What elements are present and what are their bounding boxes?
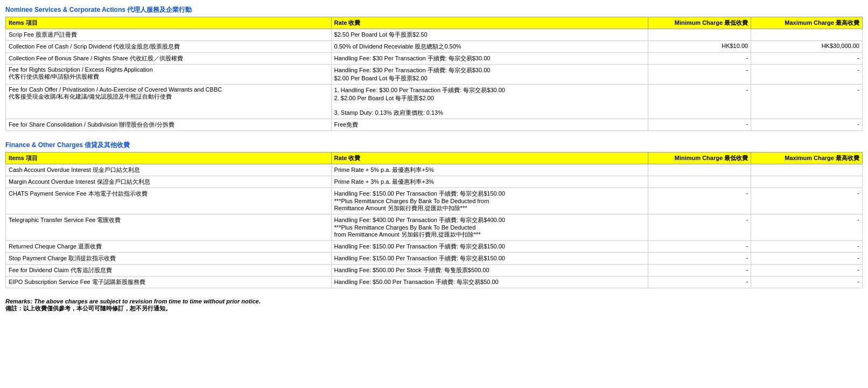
section1-title: Nominee Services & Corporate Actions 代理人…: [5, 5, 863, 15]
item-cell: EIPO Subscription Service Fee 電子認購新股服務費: [6, 276, 332, 288]
min-cell: -: [648, 214, 751, 241]
item-cell: Fee for Cash Offer / Privatisation / Aut…: [6, 85, 332, 119]
rate-cell: Free免費: [331, 119, 648, 131]
remarks-zh: 備註：以上收費僅供參考，本公司可隨時修訂，恕不另行通知。: [5, 304, 863, 313]
max-cell: [751, 164, 863, 176]
max-cell: -: [751, 188, 863, 214]
min-cell: -: [648, 65, 751, 85]
rate-cell: 0.50% of Dividend Receviable 股息總額之0.50%: [331, 41, 648, 53]
rate-cell: Handling Fee: $400.00 Per Transaction 手續…: [331, 214, 648, 241]
rate-cell: Prime Rate + 3% p.a. 最優惠利率+3%: [331, 176, 648, 188]
min-cell: -: [648, 265, 751, 276]
min-cell: HK$10.00: [648, 41, 751, 53]
section2-header-rate: Rate 收費: [331, 153, 648, 164]
section1-table: Items 項目 Rate 收費 Minimum Charge 最低收費 Max…: [5, 17, 863, 131]
rate-cell: Handling Fee: $30 Per Transaction 手續費: 每…: [331, 65, 648, 85]
max-cell: -: [751, 85, 863, 119]
min-cell: -: [648, 85, 751, 119]
min-cell: -: [648, 276, 751, 288]
item-cell: Scrip Fee 股票過戶註冊費: [6, 29, 332, 41]
section2-header-min: Minimum Charge 最低收費: [648, 153, 751, 164]
max-cell: [751, 176, 863, 188]
min-cell: -: [648, 53, 751, 65]
section2-header-max: Maximum Charge 最高收費: [751, 153, 863, 164]
min-cell: -: [648, 253, 751, 265]
min-cell: -: [648, 119, 751, 131]
item-cell: Stop Payment Charge 取消提款指示收費: [6, 253, 332, 265]
table-row: Telegraphic Transfer Service Fee 電匯收費Han…: [6, 214, 863, 241]
max-cell: -: [751, 119, 863, 131]
table-row: Fee for Cash Offer / Privatisation / Aut…: [6, 85, 863, 119]
rate-cell: $2.50 Per Board Lot 每手股票$2.50: [331, 29, 648, 41]
table-row: Fee for Dividend Claim 代客追討股息費Handling F…: [6, 265, 863, 276]
rate-cell: Handling Fee: $150.00 Per Transaction 手續…: [331, 253, 648, 265]
min-cell: -: [648, 188, 751, 214]
rate-cell: Handling Fee: $150.00 Per Transaction 手續…: [331, 241, 648, 253]
table-row: Fee for Rights Subscription / Excess Rig…: [6, 65, 863, 85]
rate-cell: Handling Fee: $30 Per Transaction 手續費: 每…: [331, 53, 648, 65]
table-row: Collection Fee of Cash / Scrip Dividend …: [6, 41, 863, 53]
rate-cell: Prime Rate + 5% p.a. 最優惠利率+5%: [331, 164, 648, 176]
table-row: Scrip Fee 股票過戶註冊費$2.50 Per Board Lot 每手股…: [6, 29, 863, 41]
max-cell: HK$30,000.00: [751, 41, 863, 53]
item-cell: Returned Cheque Charge 退票收費: [6, 241, 332, 253]
max-cell: [751, 29, 863, 41]
section1-header-max: Maximum Charge 最高收費: [751, 17, 863, 29]
min-cell: [648, 164, 751, 176]
remarks-en: Remarks: The above charges are subject t…: [5, 298, 863, 304]
table-row: EIPO Subscription Service Fee 電子認購新股服務費H…: [6, 276, 863, 288]
section1-header-items: Items 項目: [6, 17, 332, 29]
table-row: Cash Account Overdue Interest 現金戶口結欠利息Pr…: [6, 164, 863, 176]
item-cell: Cash Account Overdue Interest 現金戶口結欠利息: [6, 164, 332, 176]
table-row: Returned Cheque Charge 退票收費Handling Fee:…: [6, 241, 863, 253]
item-cell: Collection Fee of Bonus Share / Rights S…: [6, 53, 332, 65]
section2-title: Finance & Other Charges 借貸及其他收費: [5, 141, 863, 150]
min-cell: [648, 29, 751, 41]
item-cell: Fee for Rights Subscription / Excess Rig…: [6, 65, 332, 85]
table-row: CHATS Payment Service Fee 本地電子付款指示收費Hand…: [6, 188, 863, 214]
max-cell: -: [751, 253, 863, 265]
max-cell: -: [751, 214, 863, 241]
section2-header-items: Items 項目: [6, 153, 332, 164]
min-cell: -: [648, 241, 751, 253]
table-row: Stop Payment Charge 取消提款指示收費Handling Fee…: [6, 253, 863, 265]
max-cell: -: [751, 265, 863, 276]
max-cell: -: [751, 65, 863, 85]
rate-cell: Handling Fee: $150.00 Per Transaction 手續…: [331, 188, 648, 214]
item-cell: Telegraphic Transfer Service Fee 電匯收費: [6, 214, 332, 241]
rate-cell: Handling Fee: $500.00 Per Stock 手續費: 每隻股…: [331, 265, 648, 276]
max-cell: -: [751, 276, 863, 288]
table-row: Fee for Share Consolidation / Subdivisio…: [6, 119, 863, 131]
rate-cell: Handling Fee: $50.00 Per Transaction 手續費…: [331, 276, 648, 288]
max-cell: -: [751, 241, 863, 253]
section2: Finance & Other Charges 借貸及其他收費 Items 項目…: [5, 141, 863, 288]
item-cell: Margin Account Overdue Interest 保證金戶口結欠利…: [6, 176, 332, 188]
min-cell: [648, 176, 751, 188]
item-cell: Fee for Share Consolidation / Subdivisio…: [6, 119, 332, 131]
item-cell: Fee for Dividend Claim 代客追討股息費: [6, 265, 332, 276]
table-row: Collection Fee of Bonus Share / Rights S…: [6, 53, 863, 65]
item-cell: Collection Fee of Cash / Scrip Dividend …: [6, 41, 332, 53]
max-cell: -: [751, 53, 863, 65]
section2-table: Items 項目 Rate 收費 Minimum Charge 最低收費 Max…: [5, 152, 863, 288]
remarks: Remarks: The above charges are subject t…: [5, 298, 863, 313]
section1: Nominee Services & Corporate Actions 代理人…: [5, 5, 863, 131]
rate-cell: 1. Handling Fee: $30.00 Per Transaction …: [331, 85, 648, 119]
table-row: Margin Account Overdue Interest 保證金戶口結欠利…: [6, 176, 863, 188]
item-cell: CHATS Payment Service Fee 本地電子付款指示收費: [6, 188, 332, 214]
section1-header-rate: Rate 收費: [331, 17, 648, 29]
section1-header-min: Minimum Charge 最低收費: [648, 17, 751, 29]
